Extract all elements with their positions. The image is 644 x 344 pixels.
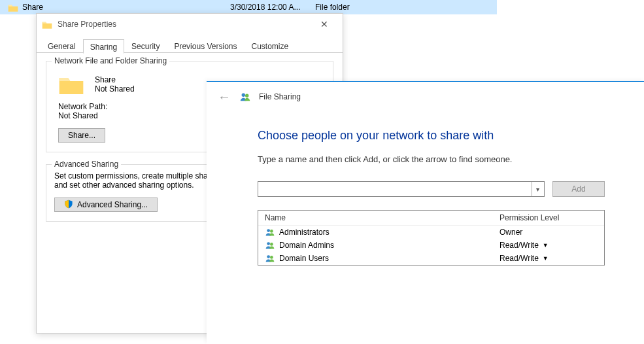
list-item[interactable]: Domain UsersRead/Write▼: [258, 252, 604, 265]
tab-previous-versions[interactable]: Previous Versions: [167, 39, 244, 53]
permission-selector[interactable]: Read/Write▼: [500, 254, 598, 263]
file-sharing-wizard: ← File Sharing Choose people on your net…: [207, 81, 644, 344]
tab-sharing[interactable]: Sharing: [83, 39, 124, 54]
share-folder-name: Share: [95, 75, 135, 84]
shield-icon: [64, 199, 73, 211]
entry-name: Domain Users: [279, 254, 329, 263]
share-status: Not Shared: [95, 84, 135, 94]
people-input[interactable]: [258, 182, 532, 196]
svg-point-3: [270, 230, 273, 233]
svg-point-2: [267, 229, 270, 232]
col-header-perm[interactable]: Permission Level: [500, 213, 598, 222]
svg-point-0: [242, 94, 245, 97]
back-arrow-icon[interactable]: ←: [217, 90, 231, 105]
group-icon: [265, 240, 275, 250]
share-list: Name Permission Level AdministratorsOwne…: [258, 210, 605, 266]
group-icon: [265, 253, 275, 264]
explorer-item-type: File folder: [315, 3, 394, 12]
chevron-down-icon[interactable]: ▾: [532, 182, 544, 196]
wizard-subtext: Type a name and then click Add, or click…: [258, 154, 605, 164]
advanced-sharing-label: Advanced Sharing...: [77, 200, 148, 209]
explorer-item-date: 3/30/2018 12:00 A...: [230, 3, 315, 12]
folder-icon: [8, 3, 18, 12]
permission-selector[interactable]: Read/Write▼: [500, 241, 598, 250]
entry-name: Administrators: [279, 228, 330, 237]
folder-icon: [42, 20, 52, 29]
close-button[interactable]: ✕: [311, 15, 337, 33]
explorer-item-name: Share: [22, 3, 43, 12]
tab-customize[interactable]: Customize: [244, 39, 296, 53]
big-folder-icon: [58, 73, 84, 95]
list-item[interactable]: AdministratorsOwner: [258, 226, 604, 239]
dialog-titlebar[interactable]: Share Properties ✕: [37, 14, 343, 35]
group-legend: Advanced Sharing: [52, 160, 121, 169]
tab-security[interactable]: Security: [124, 39, 167, 53]
chevron-down-icon: ▼: [543, 255, 549, 262]
share-button[interactable]: Share...: [58, 128, 105, 143]
permission-selector: Owner: [500, 228, 598, 237]
advanced-sharing-button[interactable]: Advanced Sharing...: [54, 198, 158, 212]
svg-point-7: [270, 256, 273, 259]
svg-point-4: [267, 242, 270, 245]
permission-label: Read/Write: [500, 241, 539, 250]
wizard-heading: Choose people on your network to share w…: [258, 129, 605, 143]
svg-point-6: [267, 255, 270, 258]
wizard-title: File Sharing: [259, 92, 301, 101]
svg-point-5: [270, 243, 273, 246]
col-header-name[interactable]: Name: [265, 213, 500, 222]
people-combobox[interactable]: ▾: [258, 181, 545, 197]
permission-label: Read/Write: [500, 254, 539, 263]
dialog-title: Share Properties: [58, 20, 116, 29]
tabstrip: General Sharing Security Previous Versio…: [37, 35, 343, 53]
chevron-down-icon: ▼: [543, 242, 549, 249]
list-item[interactable]: Domain AdminsRead/Write▼: [258, 239, 604, 252]
permission-label: Owner: [500, 228, 522, 237]
svg-point-1: [245, 94, 248, 97]
add-button[interactable]: Add: [552, 181, 605, 197]
advanced-desc: Set custom permissions, create multiple …: [54, 171, 224, 190]
tab-general[interactable]: General: [41, 39, 83, 53]
entry-name: Domain Admins: [279, 241, 334, 250]
people-icon: [239, 91, 251, 103]
group-legend: Network File and Folder Sharing: [52, 56, 169, 65]
explorer-row[interactable]: Share 3/30/2018 12:00 A... File folder: [0, 0, 497, 14]
group-icon: [265, 227, 275, 237]
